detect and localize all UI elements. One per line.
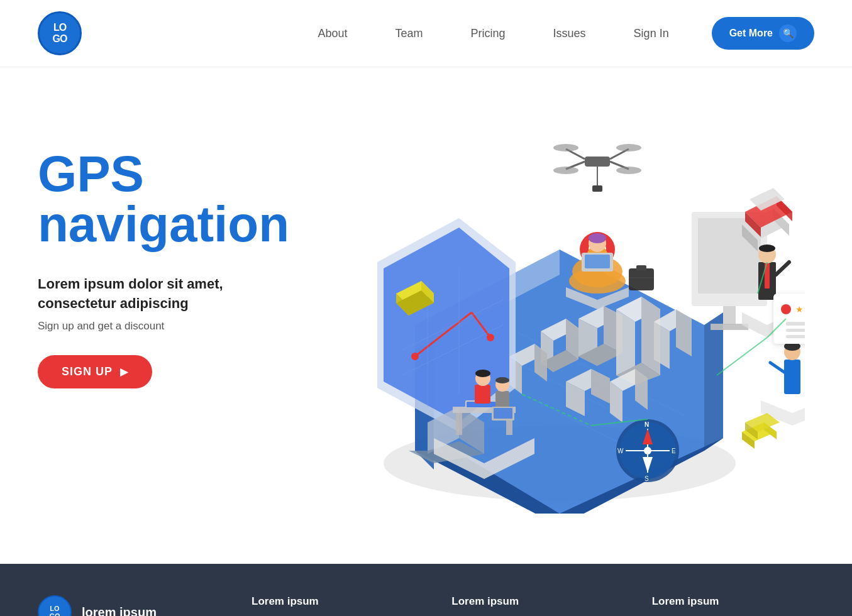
svg-point-72 — [589, 233, 606, 243]
nav-team[interactable]: Team — [372, 27, 447, 40]
svg-rect-88 — [495, 391, 509, 409]
svg-point-65 — [616, 167, 641, 174]
svg-point-45 — [487, 334, 494, 341]
svg-rect-57 — [585, 157, 610, 167]
svg-point-44 — [411, 353, 419, 360]
footer-brand-name: lorem ipsum — [82, 605, 157, 617]
svg-line-98 — [776, 262, 789, 275]
nav-issues[interactable]: Issues — [529, 27, 610, 40]
svg-rect-92 — [494, 408, 512, 419]
nav-pricing[interactable]: Pricing — [447, 27, 529, 40]
footer-col1-title: Lorem ipsum — [252, 595, 414, 608]
svg-rect-108 — [786, 329, 805, 332]
get-more-button[interactable]: Get More 🔍 — [712, 17, 814, 50]
svg-rect-85 — [475, 385, 490, 404]
footer-col3-title: Lorem ipsum — [652, 595, 814, 608]
svg-rect-81 — [456, 413, 462, 435]
svg-point-62 — [553, 144, 578, 151]
svg-point-97 — [759, 245, 775, 252]
footer-col-1: Lorem ipsum Lorem ipsum dolor sitamet, c… — [252, 595, 414, 616]
svg-text:★★★★★: ★★★★★ — [795, 304, 805, 314]
nav-signin[interactable]: Sign In — [610, 27, 693, 40]
isometric-scene-svg: ★★★★★ N E S W — [289, 99, 805, 514]
arrow-icon: ▶ — [120, 366, 128, 378]
hero-subtitle: Lorem ipsum dolor sit amet,consectetur a… — [38, 275, 302, 314]
svg-text:N: N — [645, 421, 649, 428]
svg-rect-76 — [629, 268, 654, 290]
svg-point-63 — [616, 144, 641, 151]
footer-logo-row: LOGO lorem ipsum — [38, 595, 214, 616]
footer-col-2: Lorem ipsum Lorem ipsum dolor sitamet, c… — [451, 595, 614, 616]
main-nav: About Team Pricing Issues Sign In Get Mo… — [294, 17, 814, 50]
footer-col2-title: Lorem ipsum — [451, 595, 614, 608]
logo[interactable]: LO GO — [38, 11, 82, 55]
svg-text:S: S — [645, 475, 649, 482]
footer-col-3: Lorem ipsum Lorem ipsum dolor sitamet, c… — [652, 595, 814, 616]
search-icon: 🔍 — [779, 25, 797, 42]
svg-point-105 — [781, 304, 791, 314]
hero-title-gps: GPS — [38, 149, 302, 199]
svg-rect-78 — [636, 265, 646, 270]
hero-section: GPS navigation Lorem ipsum dolor sit ame… — [0, 67, 852, 564]
footer-brand: LOGO lorem ipsum Lorem ipsum dolor sit a… — [38, 595, 214, 616]
footer-logo: LOGO — [38, 595, 72, 616]
svg-text:W: W — [617, 448, 624, 454]
svg-line-103 — [770, 363, 784, 372]
hero-illustration: ★★★★★ N E S W — [289, 99, 814, 539]
hero-tagline: Sign up and get a discount — [38, 320, 302, 333]
svg-rect-100 — [784, 360, 800, 394]
svg-point-120 — [644, 447, 651, 454]
svg-line-139 — [717, 338, 767, 375]
header: LO GO About Team Pricing Issues Sign In … — [0, 0, 852, 67]
svg-rect-107 — [786, 322, 805, 326]
hero-text-block: GPS navigation Lorem ipsum dolor sit ame… — [38, 99, 302, 388]
footer: LOGO lorem ipsum Lorem ipsum dolor sit a… — [0, 564, 852, 616]
svg-text:E: E — [672, 448, 676, 454]
svg-rect-74 — [585, 255, 610, 268]
signup-button[interactable]: SIGN UP ▶ — [38, 355, 152, 388]
svg-rect-109 — [786, 335, 805, 338]
svg-point-87 — [475, 370, 490, 377]
svg-point-64 — [553, 167, 578, 174]
svg-marker-10 — [704, 312, 723, 451]
svg-point-90 — [495, 377, 509, 383]
nav-about[interactable]: About — [294, 27, 371, 40]
svg-rect-67 — [592, 185, 602, 192]
hero-title-navigation: navigation — [38, 199, 302, 250]
svg-rect-55 — [723, 306, 736, 325]
